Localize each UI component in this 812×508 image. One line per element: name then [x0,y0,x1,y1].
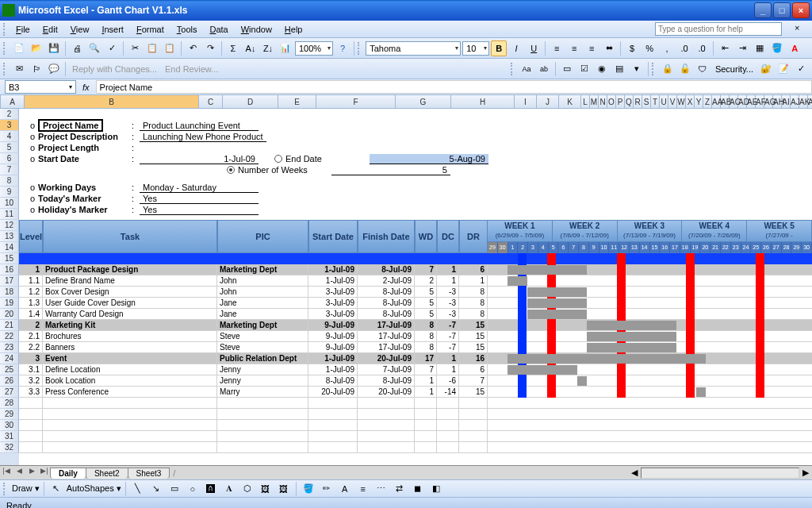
row-header[interactable]: 2 [0,109,19,120]
dash-icon[interactable]: ⋯ [373,481,389,497]
col-header[interactable]: AE [747,95,756,108]
new-icon[interactable]: 📄 [11,40,27,56]
sort-desc-icon[interactable]: Z↓ [260,40,276,56]
row-header[interactable]: 7 [0,164,19,175]
reply-changes-button[interactable]: Reply with Changes... [69,64,160,74]
bold-button[interactable]: B [491,40,507,56]
security-button[interactable]: Security... [712,64,756,74]
row-header[interactable]: 32 [0,442,19,453]
gantt-bar[interactable] [527,310,587,319]
col-header[interactable]: H [451,95,515,108]
horizontal-scrollbar[interactable] [641,468,799,479]
col-header[interactable]: AH [773,95,782,108]
paste-icon[interactable]: 📋 [162,40,178,56]
arrow-style-icon[interactable]: ⇄ [392,481,408,497]
flag-icon[interactable]: 🏳 [29,61,44,77]
sec2-icon[interactable]: 📝 [776,61,791,77]
font-color-icon[interactable]: A [337,481,353,497]
row-header[interactable]: 14 [0,242,19,253]
row-header[interactable]: 18 [0,287,19,298]
menu-view[interactable]: View [64,23,96,36]
rect-icon[interactable]: ▭ [167,481,182,497]
listbox-icon[interactable]: ▤ [611,61,627,77]
arrow-icon[interactable]: ↘ [148,481,164,497]
sec1-icon[interactable]: 🔐 [758,61,774,77]
align-center-icon[interactable]: ≡ [566,40,582,56]
working-days-value[interactable]: Monday - Saturday [140,183,259,193]
line-style-icon[interactable]: ≡ [355,481,371,497]
col-header[interactable]: B [25,95,199,108]
copy-icon[interactable]: 📋 [144,40,160,56]
col-header[interactable]: AA [712,95,721,108]
draw-menu[interactable]: Draw ▾ [12,483,40,494]
col-header[interactable]: AK [799,95,808,108]
diagram-icon[interactable]: ⬡ [239,481,255,497]
row-header[interactable]: 12 [0,220,19,231]
col-header[interactable]: AG [764,95,773,108]
merge-icon[interactable]: ⬌ [601,40,617,56]
col-header[interactable]: AF [756,95,764,108]
indent-dec-icon[interactable]: ⇤ [717,40,733,56]
col-header[interactable]: K [559,95,581,108]
help-icon[interactable]: ? [335,40,350,56]
textbox-icon[interactable]: 🅰 [203,481,219,497]
radio-icon[interactable]: ◉ [594,61,610,77]
toolbar-handle[interactable] [511,63,514,75]
gantt-bar[interactable] [508,365,577,375]
tab-last-icon[interactable]: ▶| [38,467,51,479]
menu-insert[interactable]: Insert [95,23,130,36]
comma-icon[interactable]: , [659,40,675,56]
menu-format[interactable]: Format [130,23,170,36]
gantt-bar[interactable] [587,343,676,352]
menu-window[interactable]: Window [235,23,278,36]
row-header[interactable]: 6 [0,153,19,164]
italic-button[interactable]: I [508,40,524,56]
fx-icon[interactable]: fx [82,83,90,92]
wordart-icon[interactable]: 𝐀 [221,481,237,497]
col-header[interactable]: S [642,95,651,108]
gantt-bar[interactable] [508,276,527,286]
percent-icon[interactable]: % [642,40,657,56]
print-icon[interactable]: 🖨 [69,40,85,56]
col-header[interactable]: D [223,95,278,108]
col-header[interactable]: G [396,95,451,108]
gantt-bar[interactable] [587,321,676,330]
col-header[interactable]: V [668,95,677,108]
autoshapes-menu[interactable]: AutoShapes ▾ [67,483,121,494]
col-header[interactable]: AJ [791,95,799,108]
col-header[interactable]: Y [695,95,703,108]
font-combo[interactable]: Tahoma [366,41,461,56]
gantt-bar[interactable] [577,376,588,386]
toolbar-handle[interactable] [3,63,6,75]
gantt-bar[interactable] [508,265,587,275]
borders-icon[interactable]: ▦ [752,40,768,56]
row-header[interactable]: 9 [0,187,19,198]
ab-icon[interactable]: ab [536,61,552,77]
col-header[interactable]: C [199,95,223,108]
col-header[interactable]: W [677,95,686,108]
toolbar-handle[interactable] [3,483,6,495]
col-header[interactable]: L [581,95,590,108]
col-header[interactable]: P [616,95,625,108]
today-marker-value[interactable]: Yes [140,194,259,204]
indent-inc-icon[interactable]: ⇥ [734,40,750,56]
scroll-right-icon[interactable]: ▶ [799,468,812,478]
row-header[interactable]: 28 [0,398,19,409]
col-header[interactable]: I [515,95,537,108]
row-header[interactable]: 17 [0,275,19,287]
tab-next-icon[interactable]: ▶ [25,467,38,479]
row-header[interactable]: 15 [0,253,19,264]
row-header[interactable]: 27 [0,387,19,398]
preview-icon[interactable]: 🔍 [86,40,102,56]
col-header[interactable]: X [686,95,695,108]
font-color-icon[interactable]: A [787,40,802,56]
gantt-bar[interactable] [527,287,587,297]
project-name-value[interactable]: Product Launching Event [140,121,259,131]
row-header[interactable]: 30 [0,420,19,431]
sheet-tab-sheet3[interactable]: Sheet3 [128,468,170,479]
clipart-icon[interactable]: 🖼 [258,481,274,497]
gantt-bar[interactable] [696,387,707,397]
col-header[interactable]: U [660,95,668,108]
shield-icon[interactable]: 🛡 [695,61,710,77]
row-header[interactable]: 24 [0,353,19,364]
